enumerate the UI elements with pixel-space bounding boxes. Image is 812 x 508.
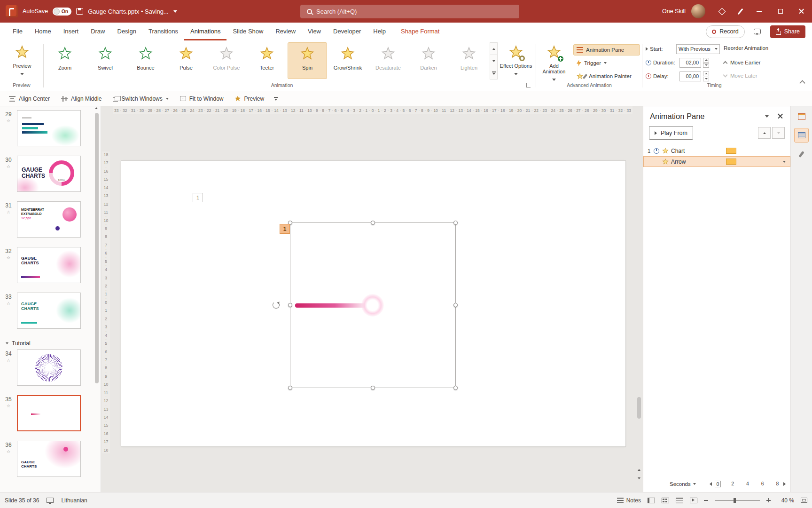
canvas-scrollbar[interactable]	[636, 116, 642, 490]
add-animation-button[interactable]: Add Animation	[539, 42, 570, 82]
slide-thumbnail-35[interactable]: 35☆	[0, 395, 101, 431]
animation-dialog-launcher[interactable]	[526, 83, 531, 87]
zoom-in-button[interactable]	[766, 498, 771, 502]
zoom-slider-thumb[interactable]	[734, 498, 736, 503]
timeline-scroll-right-icon[interactable]	[783, 482, 786, 486]
zoom-out-button[interactable]	[704, 500, 708, 501]
resize-handle[interactable]	[453, 221, 458, 225]
normal-view-button[interactable]	[648, 498, 655, 503]
slide-counter[interactable]: Slide 35 of 36	[5, 497, 39, 504]
display-settings-icon[interactable]	[47, 498, 54, 503]
play-from-button[interactable]: Play From	[649, 126, 693, 140]
seconds-dropdown[interactable]: Seconds	[670, 481, 696, 487]
thumbnail-scrollbar[interactable]	[94, 106, 100, 492]
slide-thumbnail-33[interactable]: 33☆GAUGECHARTS	[0, 293, 101, 329]
maximize-button[interactable]	[770, 0, 791, 23]
gallery-scroll-up-button[interactable]	[490, 42, 498, 55]
slide-thumbnail-31[interactable]: 31☆MONTSERRATEXTRABOLD12,5pt	[0, 201, 101, 238]
title-dropdown-icon[interactable]	[173, 10, 177, 13]
previous-slide-button[interactable]	[636, 467, 642, 473]
panel-tab-format[interactable]	[794, 147, 809, 161]
delay-input[interactable]: 00,00	[679, 71, 701, 81]
slide-thumbnail-29[interactable]: 29☆	[0, 110, 101, 146]
slide-thumbnail-30[interactable]: 30☆GAUGECHARTS100%	[0, 156, 101, 192]
tab-design[interactable]: Design	[111, 23, 142, 40]
slide-thumbnail-34[interactable]: 34☆	[0, 349, 101, 386]
duration-input[interactable]: 02,00	[679, 58, 701, 68]
panel-tab-animation-pane[interactable]	[794, 128, 809, 143]
close-button[interactable]	[791, 0, 812, 23]
pen-icon[interactable]	[738, 8, 743, 14]
tab-home[interactable]: Home	[29, 23, 57, 40]
quickbar-align-center[interactable]: Align Center	[5, 94, 54, 104]
gallery-item-bounce[interactable]: Bounce	[126, 42, 165, 79]
slide-thumbnail-36[interactable]: 36☆GAUGECHARTS	[0, 441, 101, 477]
gallery-item-darken[interactable]: Darken	[409, 42, 448, 79]
notes-button[interactable]: Notes	[617, 497, 641, 504]
rotate-handle[interactable]	[273, 302, 280, 309]
autosave-toggle[interactable]: On	[53, 8, 71, 16]
gallery-more-button[interactable]	[490, 67, 498, 79]
collapse-ribbon-icon[interactable]	[799, 80, 805, 86]
tab-transitions[interactable]: Transitions	[142, 23, 184, 40]
gallery-item-lighten[interactable]: Lighten	[449, 42, 489, 79]
tab-draw[interactable]: Draw	[85, 23, 111, 40]
arrow-shape[interactable]	[291, 294, 390, 318]
gallery-item-grow-shrink[interactable]: Grow/Shrink	[328, 42, 367, 79]
animation-pane-button[interactable]: Animation Pane	[573, 44, 640, 56]
effect-options-button[interactable]: Effect Options	[499, 42, 533, 82]
quickbar-switch-windows[interactable]: Switch Windows	[109, 94, 172, 104]
tab-review[interactable]: Review	[269, 23, 302, 40]
user-name[interactable]: One Skill	[662, 8, 686, 15]
comments-button[interactable]	[750, 25, 765, 38]
reading-view-button[interactable]	[676, 498, 683, 503]
minimize-button[interactable]	[749, 0, 770, 23]
tab-shape-format[interactable]: Shape Format	[395, 23, 445, 40]
record-button[interactable]: Record	[706, 25, 744, 38]
resize-handle[interactable]	[453, 386, 458, 390]
gallery-item-swivel[interactable]: Swivel	[86, 42, 125, 79]
tab-slide-show[interactable]: Slide Show	[226, 23, 269, 40]
resize-handle[interactable]	[288, 386, 292, 390]
scrollbar-thumb[interactable]	[95, 113, 99, 383]
gallery-item-pulse[interactable]: Pulse	[166, 42, 206, 79]
document-title[interactable]: Gauge Charts.pptx • Saving...	[88, 8, 168, 15]
scroll-up-icon[interactable]	[95, 107, 98, 109]
preview-button[interactable]: Preview	[5, 42, 39, 81]
gallery-item-desaturate[interactable]: Desaturate	[368, 42, 408, 79]
chevron-down-icon[interactable]	[783, 161, 786, 163]
quickbar-overflow-button[interactable]	[271, 95, 281, 103]
tab-view[interactable]: View	[302, 23, 327, 40]
gallery-item-color-pulse[interactable]: Color Pulse	[207, 42, 246, 79]
powerpoint-logo-icon[interactable]	[6, 5, 18, 17]
animation-painter-button[interactable]: Animation Painter	[573, 71, 640, 82]
pane-close-button[interactable]	[777, 113, 784, 119]
gallery-scroll-down-button[interactable]	[490, 55, 498, 67]
resize-handle[interactable]	[371, 386, 375, 390]
animation-item-arrow[interactable]: Arrow	[643, 156, 790, 167]
quickbar-preview[interactable]: Preview	[230, 94, 268, 104]
resize-handle[interactable]	[371, 221, 375, 225]
animation-item-chart[interactable]: 1Chart	[643, 145, 790, 156]
gallery-item-zoom[interactable]: Zoom	[45, 42, 85, 79]
tab-insert[interactable]: Insert	[57, 23, 85, 40]
zoom-slider[interactable]	[715, 500, 760, 501]
resize-handle[interactable]	[453, 303, 458, 307]
slide-sorter-view-button[interactable]	[662, 498, 669, 503]
zoom-percentage[interactable]: 40 %	[777, 497, 794, 504]
tab-help[interactable]: Help	[367, 23, 392, 40]
tab-file[interactable]: File	[7, 23, 29, 40]
fit-slide-to-window-icon[interactable]	[801, 498, 807, 503]
panel-tab-designer[interactable]	[794, 109, 809, 124]
scrollbar-thumb[interactable]	[637, 397, 641, 419]
save-icon[interactable]	[76, 8, 83, 15]
pane-chevron-down-icon[interactable]	[765, 115, 769, 118]
tab-developer[interactable]: Developer	[327, 23, 367, 40]
slideshow-view-button[interactable]	[690, 498, 697, 503]
share-button[interactable]: Share	[770, 25, 805, 38]
section-header[interactable]: Tutorial	[6, 338, 31, 349]
gallery-item-teeter[interactable]: Teeter	[247, 42, 287, 79]
timeline-bar[interactable]	[726, 159, 736, 165]
search-box[interactable]: Search (Alt+Q)	[300, 5, 519, 18]
move-up-button[interactable]	[758, 127, 771, 139]
